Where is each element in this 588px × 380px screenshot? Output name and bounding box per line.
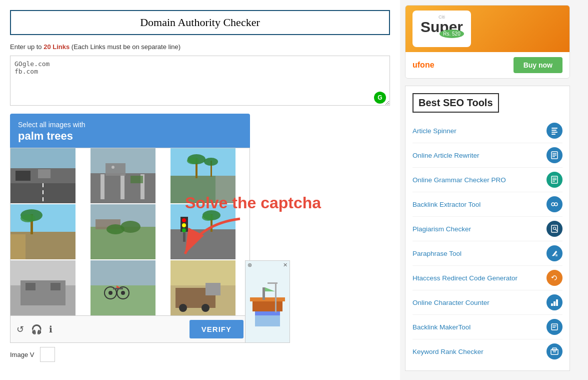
- svg-rect-34: [90, 237, 156, 259]
- buy-now-button[interactable]: Buy now: [514, 57, 562, 73]
- grammarly-icon[interactable]: G: [374, 92, 386, 104]
- seo-tool-icon-grammar-checker: [546, 172, 562, 188]
- ad-banner: Citi Super Rs. 520 ufone Buy now: [405, 5, 570, 79]
- captcha-cell-4[interactable]: [10, 204, 76, 259]
- captcha-bottom-bar: ↺ 🎧 ℹ VERIFY: [10, 316, 250, 343]
- image-verify-checkbox[interactable]: [40, 347, 55, 362]
- svg-rect-65: [252, 301, 282, 311]
- svg-rect-71: [268, 282, 278, 284]
- captcha-cell-3[interactable]: [170, 148, 236, 203]
- captcha-cell-5[interactable]: [90, 204, 156, 259]
- ufone-logo: ufone: [412, 61, 434, 70]
- svg-rect-12: [106, 163, 126, 176]
- seo-tool-name-keyword-rank: Keyword Rank Checker: [412, 348, 546, 355]
- seo-tool-backlink-maker[interactable]: Backlink MakerTool: [412, 315, 562, 339]
- ad-price-badge: Rs. 520: [440, 30, 464, 38]
- svg-rect-75: [552, 134, 556, 135]
- seo-tool-character-counter[interactable]: Online Character Counter: [412, 290, 562, 315]
- url-textarea[interactable]: GOgle.com fb.com: [10, 56, 390, 106]
- captcha-audio-button[interactable]: 🎧: [31, 324, 42, 335]
- verify-button[interactable]: VERIFY: [190, 320, 244, 338]
- svg-point-21: [204, 158, 218, 166]
- svg-rect-61: [206, 283, 220, 295]
- svg-point-40: [182, 223, 186, 227]
- seo-tool-keyword-rank[interactable]: Keyword Rank Checker: [412, 339, 562, 363]
- svg-rect-74: [552, 132, 558, 133]
- svg-point-33: [106, 224, 124, 234]
- seo-tool-backlink-extractor[interactable]: Backlink Extractor Tool: [412, 192, 562, 217]
- svg-rect-68: [262, 287, 265, 300]
- svg-rect-22: [216, 176, 236, 203]
- svg-rect-36: [170, 229, 236, 259]
- seo-tool-name-plagiarism-checker: Plagiarism Checker: [412, 225, 546, 233]
- svg-rect-92: [554, 301, 556, 306]
- svg-point-27: [20, 214, 36, 222]
- svg-rect-6: [38, 169, 50, 178]
- captcha-cell-1[interactable]: [10, 148, 76, 203]
- svg-marker-69: [265, 287, 275, 291]
- captcha-icons: ↺ 🎧 ℹ: [16, 324, 52, 335]
- seo-tool-plagiarism-checker[interactable]: Plagiarism Checker: [412, 217, 562, 241]
- captcha-image-grid: [10, 148, 250, 316]
- seo-tool-htaccess[interactable]: Htaccess Redirect Code Generator: [412, 266, 562, 290]
- svg-point-55: [121, 291, 125, 295]
- captcha-cell-9[interactable]: [170, 260, 236, 315]
- seo-tool-name-article-spinner: Article Spinner: [412, 127, 546, 135]
- svg-rect-81: [552, 178, 556, 179]
- ad-card-visual: Citi Super Rs. 520: [412, 11, 471, 47]
- svg-rect-90: [556, 254, 558, 256]
- ad-top-section: Citi Super Rs. 520: [406, 6, 570, 52]
- seo-tool-icon-character-counter: [546, 294, 562, 310]
- seo-tool-icon-keyword-rank: [546, 343, 562, 359]
- captcha-info-button[interactable]: ℹ: [49, 324, 52, 335]
- svg-rect-64: [250, 297, 285, 301]
- svg-rect-78: [552, 155, 556, 156]
- seo-tool-icon-paraphrase: [546, 245, 562, 261]
- highlight-links: 20 Links: [44, 43, 70, 51]
- svg-rect-96: [552, 327, 556, 328]
- svg-rect-91: [551, 303, 553, 306]
- small-ad: ⊗ ✕: [245, 260, 290, 343]
- svg-rect-79: [552, 156, 555, 157]
- url-input-wrapper: GOgle.com fb.com G: [10, 56, 390, 108]
- image-verify-label: Image V: [10, 351, 34, 358]
- svg-rect-99: [553, 351, 556, 352]
- seo-tool-name-htaccess: Htaccess Redirect Code Generator: [412, 274, 546, 282]
- seo-tools-box: Best SEO Tools Article Spinner Online Ar…: [405, 86, 570, 371]
- svg-rect-10: [120, 174, 124, 199]
- captcha-cell-8[interactable]: [90, 260, 156, 315]
- svg-rect-28: [10, 234, 26, 259]
- seo-tool-name-paraphrase: Paraphrase Tool: [412, 250, 546, 257]
- sidebar: Citi Super Rs. 520 ufone Buy now Best SE…: [400, 0, 575, 380]
- svg-point-88: [554, 227, 556, 230]
- svg-point-85: [554, 203, 558, 206]
- captcha-refresh-button[interactable]: ↺: [16, 324, 24, 335]
- captcha-wrapper: Solve the captcha Select all images with…: [10, 114, 250, 343]
- svg-point-19: [187, 157, 199, 164]
- svg-rect-72: [552, 128, 558, 129]
- svg-rect-73: [552, 130, 556, 131]
- ad-ufone-row: ufone Buy now: [406, 52, 570, 78]
- captcha-cell-2[interactable]: [90, 148, 156, 203]
- seo-tool-paraphrase[interactable]: Paraphrase Tool: [412, 241, 562, 266]
- ad-x-icon[interactable]: ✕: [283, 262, 288, 268]
- seo-tool-article-rewriter[interactable]: Online Article Rewriter: [412, 143, 562, 168]
- seo-tool-grammar-checker[interactable]: Online Grammar Checker PRO: [412, 168, 562, 192]
- seo-tool-name-backlink-maker: Backlink MakerTool: [412, 323, 546, 331]
- captcha-box: Select all images with palm trees: [10, 114, 250, 343]
- svg-rect-5: [16, 171, 30, 181]
- captcha-cell-6[interactable]: [170, 204, 236, 259]
- ad-close-icon[interactable]: ⊗: [248, 262, 252, 268]
- svg-point-63: [202, 304, 210, 312]
- captcha-cell-7[interactable]: [10, 260, 76, 315]
- svg-rect-1: [10, 148, 76, 168]
- seo-tool-name-grammar-checker: Online Grammar Checker PRO: [412, 176, 546, 184]
- captcha-select-text: Select all images with: [18, 121, 242, 129]
- seo-tool-article-spinner[interactable]: Article Spinner: [412, 119, 562, 143]
- seo-tool-icon-article-spinner: [546, 123, 562, 139]
- seo-tool-name-character-counter: Online Character Counter: [412, 299, 546, 306]
- seo-tool-icon-backlink-maker: [546, 319, 562, 335]
- ad-illustration: [248, 282, 288, 342]
- svg-point-39: [182, 218, 186, 222]
- svg-point-44: [202, 214, 214, 221]
